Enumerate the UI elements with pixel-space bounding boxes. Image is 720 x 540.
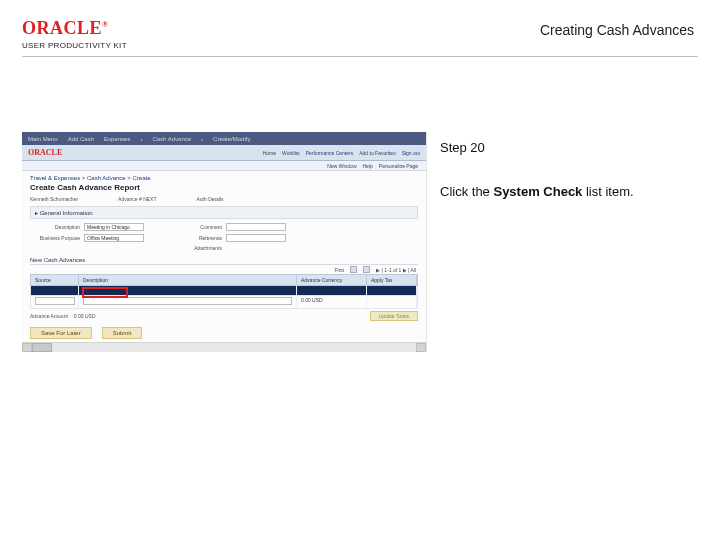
header-rule bbox=[22, 56, 698, 57]
step-label: Step 20 bbox=[440, 140, 696, 155]
ref-label: Reference bbox=[174, 235, 222, 241]
app-topbar: ORACLE Home Worklist Performance Centers… bbox=[22, 145, 426, 161]
app-screenshot: Main Menu Add Cash Expenses › Cash Advan… bbox=[22, 132, 427, 352]
brand-subtitle: USER PRODUCTIVITY KIT bbox=[22, 41, 698, 50]
totals-label: Advance Amount bbox=[30, 313, 68, 319]
totals-value: 0.00 USD bbox=[74, 313, 96, 319]
nav-worklist[interactable]: Worklist bbox=[282, 150, 300, 156]
scroll-thumb[interactable] bbox=[32, 343, 52, 352]
section-general-info[interactable]: ▸ General Information bbox=[30, 206, 418, 219]
meta-adv-value: NEXT bbox=[143, 196, 156, 202]
system-check-highlight[interactable] bbox=[82, 287, 128, 298]
breadcrumb: Travel & Expenses > Cash Advance > Creat… bbox=[22, 171, 426, 183]
nav-addfav[interactable]: Add to Favorites bbox=[359, 150, 395, 156]
browser-tabbar: Main Menu Add Cash Expenses › Cash Advan… bbox=[22, 132, 426, 145]
page-title: Creating Cash Advances bbox=[540, 22, 694, 38]
meta-adv-label: Advance # bbox=[118, 196, 142, 202]
ref-input[interactable] bbox=[226, 234, 286, 242]
desc-input[interactable]: Meeting in Chicago bbox=[84, 223, 144, 231]
nav-signout[interactable]: Sign out bbox=[402, 150, 420, 156]
desc-label: Description bbox=[32, 224, 80, 230]
scroll-right-arrow[interactable] bbox=[416, 343, 426, 352]
link-personalize[interactable]: Personalize Page bbox=[379, 163, 418, 169]
horizontal-scrollbar[interactable] bbox=[22, 342, 426, 352]
row-amount: 0.00 USD bbox=[297, 296, 367, 308]
scroll-left-arrow[interactable] bbox=[22, 343, 32, 352]
update-totals-button[interactable]: Update Totals bbox=[370, 311, 418, 321]
app-oracle-logo: ORACLE bbox=[28, 148, 62, 157]
grid-tool-icon[interactable] bbox=[350, 266, 357, 273]
bu-label: Business Purpose bbox=[32, 235, 80, 241]
comment-input[interactable] bbox=[226, 223, 286, 231]
comment-label: Comment bbox=[174, 224, 222, 230]
nav-perf[interactable]: Performance Centers bbox=[306, 150, 354, 156]
att-label: Attachments bbox=[174, 245, 222, 251]
section-new-cash-advances: New Cash Advances bbox=[30, 257, 418, 265]
link-help[interactable]: Help bbox=[363, 163, 373, 169]
desc-row-input[interactable] bbox=[83, 297, 292, 305]
link-new-window[interactable]: New Window bbox=[327, 163, 356, 169]
grid-header: Source Description Advance Currency Appl… bbox=[30, 274, 418, 286]
meta-auth: Auth Details bbox=[196, 196, 223, 202]
grid-tool-icon[interactable] bbox=[363, 266, 370, 273]
grid-range: ▶ | 1-1 of 1 ▶ | All bbox=[376, 267, 416, 273]
save-for-later-button[interactable]: Save For Later bbox=[30, 327, 92, 339]
nav-home[interactable]: Home bbox=[263, 150, 276, 156]
grid-find-label: First bbox=[334, 267, 344, 273]
app-subbar: New Window Help Personalize Page bbox=[22, 161, 426, 171]
bu-select[interactable]: Office Meeting bbox=[84, 234, 144, 242]
app-page-title: Create Cash Advance Report bbox=[22, 183, 426, 194]
source-input[interactable] bbox=[35, 297, 75, 305]
instruction-text: Click the System Check list item. bbox=[440, 183, 696, 201]
submit-button[interactable]: Submit bbox=[102, 327, 143, 339]
meta-name: Kenneth Schumacher bbox=[30, 196, 78, 202]
